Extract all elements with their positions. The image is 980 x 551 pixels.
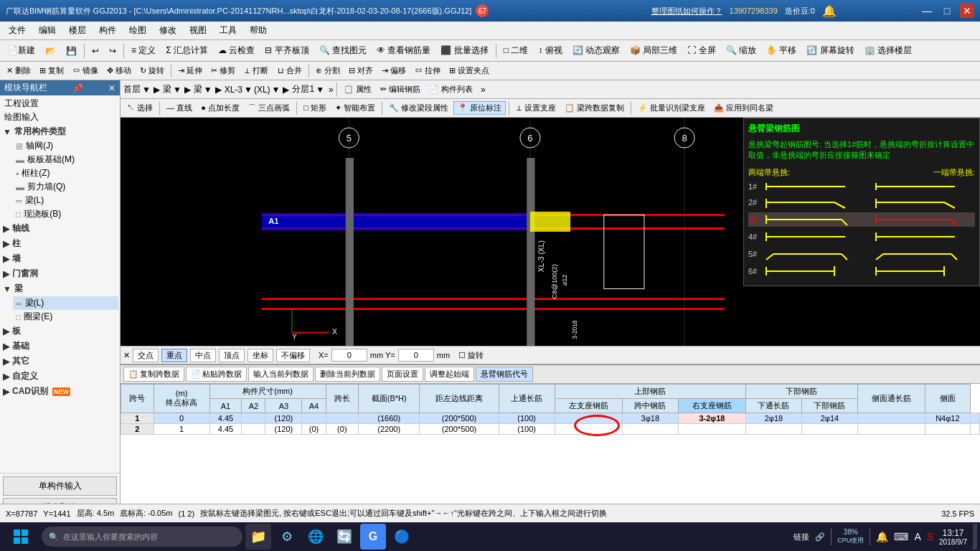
tb-mirror[interactable]: ⇔ 镜像: [69, 65, 102, 77]
input-col-btn[interactable]: 输入当前列数据: [248, 367, 314, 382]
task-icon-settings[interactable]: ⚙: [274, 524, 300, 550]
cell-section-2[interactable]: (200*500): [420, 424, 499, 435]
cell-bottomthrough-2[interactable]: [801, 424, 857, 435]
cell-span-1[interactable]: 0: [154, 413, 209, 424]
sidebar-group-beam[interactable]: ▼ 梁: [1, 281, 118, 296]
start-button[interactable]: [3, 524, 39, 550]
tb-move[interactable]: ✥ 移动: [103, 65, 135, 77]
cell-a2-1[interactable]: (120): [265, 413, 302, 424]
cell-leftthrough-1[interactable]: [555, 413, 622, 424]
tb-define[interactable]: ≡ 定义: [127, 43, 160, 58]
task-icon-g[interactable]: G: [360, 524, 386, 550]
tb-align[interactable]: ⊟ 对齐: [345, 65, 377, 77]
sidebar-item-beam[interactable]: ═ 梁(L): [13, 194, 118, 207]
cell-a4-1[interactable]: [326, 413, 359, 424]
tb-cloud[interactable]: ☁ 云检查: [214, 43, 259, 58]
task-icon-file-explorer[interactable]: 📁: [245, 524, 271, 550]
tb-break[interactable]: ⊥ 打断: [240, 65, 272, 77]
tb-rotate[interactable]: 🔃 屏幕旋转: [802, 43, 858, 58]
sidebar-group-opening[interactable]: ▶ 门窗洞: [1, 266, 118, 281]
tb-batch-select[interactable]: ⬛ 批量选择: [436, 43, 492, 58]
tb-find-elem[interactable]: 🔍 查找图元: [315, 43, 371, 58]
tb-grip[interactable]: ⊞ 设置夹点: [446, 65, 493, 77]
cell-sidethrough-1[interactable]: N4φ12: [925, 413, 970, 424]
cell-a2-2[interactable]: (120): [265, 424, 302, 435]
tb-copy[interactable]: ⊞ 复制: [36, 65, 67, 77]
tb-pan[interactable]: ✋ 平移: [762, 43, 801, 58]
tb-extend[interactable]: ⇥ 延伸: [174, 65, 206, 77]
tb-split[interactable]: ⊕ 分割: [312, 65, 344, 77]
show-desktop-btn[interactable]: [973, 524, 977, 550]
sidebar-item-shear-wall[interactable]: ▬ 剪力墙(Q): [13, 180, 118, 194]
taskbar-search[interactable]: 🔍 在这里输入你要搜索的内容: [42, 527, 242, 547]
close-btn[interactable]: ✕: [960, 4, 974, 18]
menu-edit[interactable]: 编辑: [33, 23, 62, 38]
dt-rect[interactable]: □ 矩形: [300, 102, 330, 114]
sidebar-group-foundation[interactable]: ▶ 基础: [1, 339, 118, 354]
tb-rotate2[interactable]: ↻ 旋转: [136, 65, 168, 77]
sidebar-group-wall[interactable]: ▶ 墙: [1, 251, 118, 266]
cell-endheight-1[interactable]: 4.45: [209, 413, 242, 424]
cell-section-1[interactable]: (200*500): [420, 413, 499, 424]
coord-midpoint-btn[interactable]: 中点: [190, 349, 216, 362]
menu-modify[interactable]: 修改: [154, 23, 182, 38]
coord-vertex-btn[interactable]: 顶点: [219, 349, 245, 362]
dt-select[interactable]: ↖ 选择: [123, 102, 156, 114]
dt-arc[interactable]: ⌒ 三点画弧: [245, 102, 293, 114]
minimize-btn[interactable]: —: [920, 4, 934, 18]
cell-distleft-2[interactable]: (100): [499, 424, 555, 435]
delete-col-btn[interactable]: 删除当前列数据: [315, 367, 380, 382]
notification-icon[interactable]: 🔔: [822, 4, 837, 18]
sidebar-group-slab[interactable]: ▶ 板: [1, 324, 118, 339]
tb-zoom[interactable]: 🔍 缩放: [722, 43, 760, 58]
menu-draw[interactable]: 绘图: [123, 23, 152, 38]
tb-2d[interactable]: □ 二维: [499, 43, 533, 58]
sidebar-item-frame-column[interactable]: ▪ 框柱(Z): [13, 166, 118, 180]
help-text[interactable]: 整理图纸如何操作？: [651, 6, 722, 17]
cell-bottomthrough-1[interactable]: 2φ14: [801, 413, 857, 424]
cell-a3-1[interactable]: [302, 413, 326, 424]
sidebar-group-common[interactable]: ▼ 常用构件类型: [1, 124, 118, 139]
menu-member[interactable]: 构件: [93, 23, 122, 38]
grid-container[interactable]: 跨号 (m)终点标高 构件尺寸(mm) 跨长 截面(B*H) 距左边线距离 上通…: [121, 384, 980, 522]
sidebar-pin-icon[interactable]: 📌: [72, 83, 83, 93]
cell-siderebar-2[interactable]: [970, 424, 979, 435]
notification-area[interactable]: 🔔: [876, 531, 888, 542]
cell-rightrebar-1[interactable]: 3-2φ18: [678, 413, 745, 424]
cell-a1-2[interactable]: [242, 424, 265, 435]
dt-line[interactable]: ― 直线: [163, 102, 196, 114]
cell-a3-2[interactable]: (0): [302, 424, 326, 435]
dt-set-support[interactable]: ⊥ 设置支座: [512, 102, 560, 114]
coord-x-input[interactable]: [331, 349, 367, 362]
cell-row-num-1[interactable]: 1: [121, 413, 154, 424]
tb-local-3d[interactable]: 📦 局部三维: [626, 43, 682, 58]
tb-undo[interactable]: ↩: [88, 44, 103, 57]
tb-fullscreen[interactable]: ⛶ 全屏: [683, 43, 720, 58]
cell-a4-2[interactable]: (0): [326, 424, 359, 435]
cell-leftthrough-2[interactable]: [555, 424, 622, 435]
cell-bottomrebar-2[interactable]: [857, 424, 925, 435]
tb-undo2[interactable]: ↪: [105, 44, 121, 57]
link-text[interactable]: 链接: [793, 532, 809, 542]
sidebar-item-slab-foundation[interactable]: ▬ 板板基础(M): [13, 153, 118, 166]
tb-open[interactable]: 📂: [41, 44, 60, 57]
sidebar-group-column[interactable]: ▶ 柱: [1, 236, 118, 251]
cell-span-2[interactable]: 1: [154, 424, 209, 435]
cell-a1-1[interactable]: [242, 413, 265, 424]
cantilever-code-btn[interactable]: 悬臂钢筋代号: [476, 367, 533, 382]
prop-attr-btn[interactable]: 📋 属性: [340, 83, 375, 95]
cell-distleft-1[interactable]: (100): [499, 413, 555, 424]
tb-top-view[interactable]: ↕ 俯视: [534, 43, 566, 58]
coord-coord-btn[interactable]: 坐标: [248, 349, 273, 362]
tb-delete[interactable]: ✕ 删除: [3, 65, 34, 77]
prop-more[interactable]: »: [481, 85, 486, 95]
menu-file[interactable]: 文件: [3, 23, 32, 38]
task-icon-reload[interactable]: 🔄: [331, 524, 357, 550]
tb-summary[interactable]: Σ 汇总计算: [161, 43, 212, 58]
copy-span-btn[interactable]: 📋 复制跨数据: [123, 367, 184, 382]
page-settings-btn[interactable]: 页面设置: [382, 367, 423, 382]
sidebar-close-icon[interactable]: ✕: [108, 83, 116, 93]
tb-new[interactable]: 📄新建: [3, 43, 39, 58]
dt-point-len[interactable]: ● 点加长度: [197, 102, 243, 114]
cell-endheight-2[interactable]: 4.45: [209, 424, 242, 435]
